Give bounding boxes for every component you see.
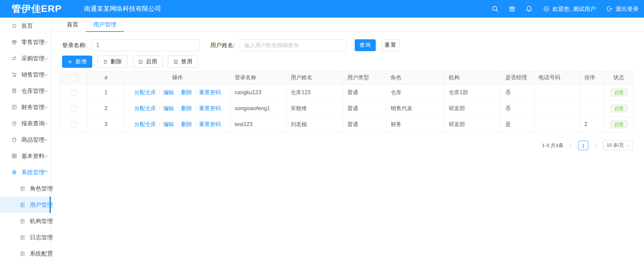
op-reset-password-link[interactable]: 重置密码 (199, 121, 221, 127)
sidebar-nav: 首页零售管理采购管理销售管理仓库管理财务管理报表查询商品管理基本资料系统管理角色… (0, 18, 51, 262)
op-delete-link[interactable]: 删除 (181, 105, 192, 111)
sidebar-subitem-label: 机构管理 (30, 217, 53, 225)
main-area: 首页 用户管理 登录名称: 用户姓名: 查询 重置 新增 删除 启用 (51, 18, 644, 262)
sidebar-item-label: 零售管理 (21, 38, 44, 46)
user-name-label: 用户姓名: (210, 41, 235, 49)
sidebar-item-goods[interactable]: 商品管理 (0, 132, 51, 148)
phone-cell (534, 101, 580, 117)
column-header-0: # (87, 71, 125, 85)
tab-user-management[interactable]: 用户管理 (86, 18, 124, 32)
logout-button[interactable]: 退出登录 (606, 5, 639, 13)
op-edit-link[interactable]: 编辑 (163, 89, 174, 95)
sidebar-item-reports[interactable]: 报表查询 (0, 115, 51, 132)
sidebar-item-purchase[interactable]: 采购管理 (0, 50, 51, 66)
sidebar-subitem-log-mgmt[interactable]: 日志管理 (0, 229, 51, 245)
grid-icon (11, 153, 17, 159)
op-edit-link[interactable]: 编辑 (163, 105, 174, 111)
row-checkbox-cell (60, 117, 87, 133)
topbar: 管伊佳ERP 南通某某网络科技有限公司 欢迎您, 测试用户 退出登录 (0, 0, 644, 18)
column-header-2: 登录名称 (231, 71, 287, 85)
login-name-cell: songxiaofeng1 (231, 101, 287, 117)
row-operations-cell: 分配仓库编辑删除重置密码 (125, 101, 231, 117)
op-delete-link[interactable]: 删除 (181, 89, 192, 95)
logout-icon (606, 5, 613, 12)
op-edit-link[interactable]: 编辑 (163, 121, 174, 127)
bag-icon (11, 137, 17, 143)
op-separator (159, 106, 160, 111)
sidebar-subitem-label: 日志管理 (30, 234, 53, 241)
sidebar-item-retail[interactable]: 零售管理 (0, 34, 51, 50)
query-button[interactable]: 查询 (355, 39, 376, 51)
table-row: 1分配仓库编辑删除重置密码cangku123仓库123普通仓库仓库1部否启用 (60, 85, 633, 101)
op-assign-warehouse-link[interactable]: 分配仓库 (134, 89, 156, 95)
sidebar-item-sales[interactable]: 销售管理 (0, 66, 51, 83)
op-reset-password-link[interactable]: 重置密码 (199, 105, 221, 111)
disable-button[interactable]: 禁用 (168, 56, 198, 68)
doc-icon (20, 218, 25, 224)
pagination: 1-3 共3条 1 10 条/页 (51, 141, 633, 150)
sidebar-item-warehouse[interactable]: 仓库管理 (0, 83, 51, 99)
select-row-checkbox[interactable] (71, 90, 77, 96)
finance-icon (11, 104, 17, 110)
op-delete-link[interactable]: 删除 (181, 121, 192, 127)
role-cell: 销售代表 (387, 101, 445, 117)
user-type-cell: 普通 (343, 101, 387, 117)
sidebar-subitem-org-mgmt[interactable]: 机构管理 (0, 213, 51, 229)
op-separator (177, 122, 178, 127)
op-separator (159, 122, 160, 127)
warehouse-icon (11, 88, 17, 94)
organization-cell: 研发部 (445, 117, 501, 133)
sidebar-item-label: 首页 (21, 22, 33, 30)
bank-icon[interactable] (508, 5, 516, 13)
chevron-down-icon (44, 72, 47, 76)
row-operations-cell: 分配仓库编辑删除重置密码 (125, 117, 231, 133)
select-row-checkbox[interactable] (71, 122, 77, 127)
sort-cell: 2 (580, 117, 604, 133)
welcome-text: 欢迎您, 测试用户 (552, 5, 596, 13)
sidebar-subitem-system-config[interactable]: 系统配置 (0, 245, 51, 262)
page-1-button[interactable]: 1 (578, 141, 588, 150)
select-all-checkbox[interactable] (71, 75, 77, 81)
column-header-1: 操作 (125, 71, 231, 85)
column-header-5: 角色 (387, 71, 445, 85)
is-manager-cell: 是 (501, 117, 534, 133)
role-cell: 仓库 (387, 85, 445, 101)
reset-button[interactable]: 重置 (382, 39, 399, 51)
row-index-cell: 1 (87, 85, 125, 101)
search-icon[interactable] (491, 5, 499, 13)
select-row-checkbox[interactable] (71, 106, 77, 112)
add-button[interactable]: 新增 (62, 56, 92, 68)
sidebar-item-label: 商品管理 (21, 136, 44, 144)
user-name-cell: 宋晓锋 (287, 101, 343, 117)
delete-button[interactable]: 删除 (97, 56, 128, 68)
op-assign-warehouse-link[interactable]: 分配仓库 (134, 105, 156, 111)
next-page-icon[interactable] (593, 143, 598, 148)
login-name-input[interactable] (92, 39, 199, 51)
op-reset-password-link[interactable]: 重置密码 (199, 89, 221, 95)
user-menu[interactable]: 欢迎您, 测试用户 (543, 5, 596, 13)
trash-icon (103, 59, 108, 64)
sidebar-subitem-user-mgmt[interactable]: 用户管理 (0, 197, 51, 213)
sidebar-item-system[interactable]: 系统管理 (0, 164, 51, 180)
prev-page-icon[interactable] (569, 143, 573, 148)
op-assign-warehouse-link[interactable]: 分配仓库 (134, 121, 156, 127)
sidebar-item-label: 系统管理 (21, 168, 44, 176)
table-header-row: #操作登录名称用户姓名用户类型角色机构是否经理电话号码排序状态 (60, 71, 633, 85)
sidebar-subitem-role-mgmt[interactable]: 角色管理 (0, 180, 51, 197)
gear-icon (11, 169, 17, 175)
sidebar-item-basic-data[interactable]: 基本资料 (0, 148, 51, 164)
tab-home[interactable]: 首页 (59, 18, 86, 32)
select-all-header-cell (60, 71, 87, 85)
page-size-select[interactable]: 10 条/页 (603, 141, 633, 150)
enable-button[interactable]: 启用 (133, 56, 163, 68)
op-separator (195, 90, 196, 95)
sidebar-item-finance[interactable]: 财务管理 (0, 99, 51, 115)
bell-icon[interactable] (525, 5, 533, 13)
status-cell: 启用 (604, 101, 633, 117)
user-name-input[interactable] (239, 39, 346, 51)
sidebar-subitem-label: 角色管理 (30, 185, 53, 193)
sidebar-item-home[interactable]: 首页 (0, 18, 51, 34)
doc-icon (20, 202, 25, 208)
column-header-9: 排序 (580, 71, 604, 85)
add-label: 新增 (75, 58, 87, 65)
